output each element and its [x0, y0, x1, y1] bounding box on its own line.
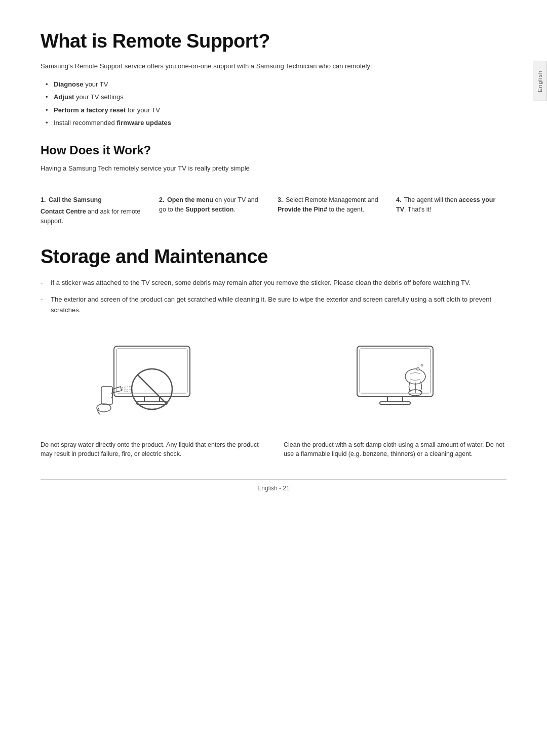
step-1: 1. Call the Samsung Contact Centre and a… [41, 193, 151, 226]
list-item: Diagnose your TV [46, 79, 506, 90]
image-block-1: Do not spray water directly onto the pro… [41, 331, 263, 459]
list-item: The exterior and screen of the product c… [41, 295, 506, 316]
bullet-bold: Perform a factory reset [54, 106, 126, 114]
list-item: If a sticker was attached to the TV scre… [41, 278, 506, 288]
main-title: What is Remote Support? [41, 30, 506, 52]
bullet-list: Diagnose your TV Adjust your TV settings… [46, 79, 506, 128]
no-spray-illustration [86, 331, 218, 432]
svg-point-16 [416, 367, 419, 370]
image-caption-2: Clean the product with a soft damp cloth… [284, 440, 506, 459]
step-heading: Open the menu [167, 196, 213, 203]
step-3: 3. Select Remote Management and Provide … [269, 193, 388, 215]
list-item: Perform a factory reset for your TV [46, 105, 506, 115]
list-item: Adjust your TV settings [46, 92, 506, 102]
footer: English - 21 [41, 479, 506, 492]
steps-container: 1. Call the Samsung Contact Centre and a… [41, 193, 506, 226]
svg-rect-14 [380, 402, 410, 404]
image-caption-1: Do not spray water directly onto the pro… [41, 440, 263, 459]
svg-rect-3 [137, 402, 167, 404]
image-block-2: Clean the product with a soft damp cloth… [284, 331, 506, 459]
step-number: 3. [278, 196, 283, 203]
svg-rect-12 [360, 349, 431, 393]
step-number: 4. [396, 196, 401, 203]
side-tab-label: English [537, 70, 543, 92]
bullet-bold: Diagnose [54, 80, 84, 88]
step-number: 2. [159, 196, 164, 203]
section1-intro: Samsung's Remote Support service offers … [41, 61, 506, 71]
subsection-title: How Does it Work? [41, 143, 506, 157]
svg-rect-4 [101, 387, 112, 404]
page: English What is Remote Support? Samsung'… [0, 0, 547, 522]
bullet-bold: Adjust [54, 93, 74, 101]
side-tab: English [533, 61, 547, 101]
footer-text: English - 21 [257, 485, 289, 492]
images-row: Do not spray water directly onto the pro… [41, 331, 506, 459]
list-item: Install recommended firmware updates [46, 118, 506, 128]
step-text: Contact Centre and ask for remote suppor… [41, 207, 143, 226]
step-heading: Call the Samsung [49, 196, 102, 203]
storage-title: Storage and Maintenance [41, 246, 506, 268]
svg-line-10 [137, 374, 167, 404]
subsection-intro: Having a Samsung Tech remotely service y… [41, 163, 506, 174]
soft-cloth-illustration [329, 331, 461, 432]
step-2: 2. Open the menu on your TV and go to th… [151, 193, 269, 215]
svg-rect-13 [387, 397, 403, 402]
svg-point-17 [421, 364, 423, 366]
storage-bullet-list: If a sticker was attached to the TV scre… [41, 278, 506, 315]
storage-section: Storage and Maintenance If a sticker was… [41, 246, 506, 459]
svg-point-8 [97, 404, 111, 412]
svg-rect-2 [144, 397, 160, 402]
step-4: 4. The agent will then access your TV. T… [388, 193, 506, 215]
step-number: 1. [41, 196, 46, 203]
bullet-bold: firmware updates [116, 119, 171, 127]
